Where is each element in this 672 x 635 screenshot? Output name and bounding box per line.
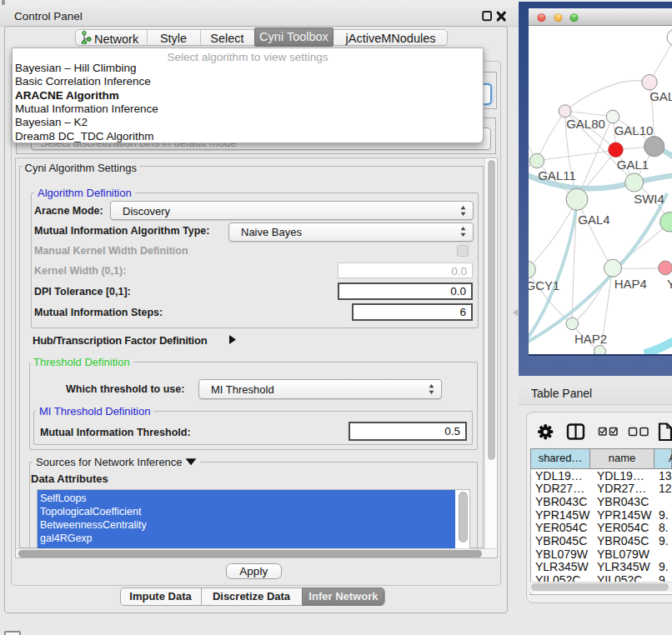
svg-text:GAL8: GAL8 [649, 89, 672, 103]
svg-text:GAL4: GAL4 [578, 212, 609, 227]
svg-text:HAP4: HAP4 [614, 277, 647, 291]
svg-text:GAL80: GAL80 [566, 117, 605, 131]
svg-text:GAL11: GAL11 [538, 168, 576, 182]
svg-text:SWI4: SWI4 [634, 192, 664, 206]
svg-text:HAP2: HAP2 [574, 332, 607, 346]
svg-text:GAL10: GAL10 [614, 123, 654, 138]
svg-text:GCY1: GCY1 [529, 278, 559, 292]
svg-text:Y: Y [667, 277, 672, 291]
svg-text:GAL1: GAL1 [617, 158, 649, 172]
